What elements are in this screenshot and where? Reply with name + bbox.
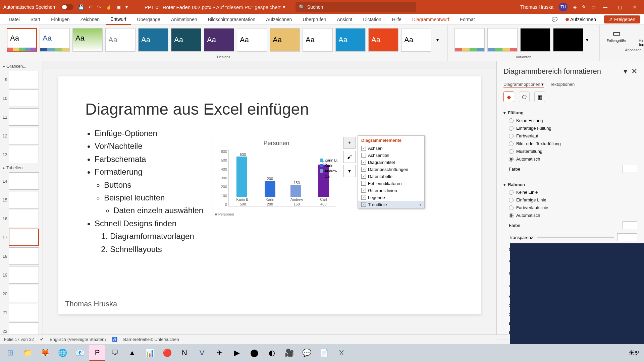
app-icon-2[interactable]: 📊 — [142, 345, 158, 361]
theme-more-icon[interactable]: ▾ — [434, 37, 441, 43]
zoom-icon[interactable]: 🎥 — [281, 345, 297, 361]
thumb-10[interactable] — [9, 89, 39, 107]
record-button[interactable]: Aufzeichnen — [562, 17, 599, 22]
theme-6[interactable]: Aa — [171, 28, 201, 52]
elem-trendlinie[interactable]: ✓Trendlinie› — [358, 201, 424, 208]
radio-farbverlauf[interactable]: Farbverlauf — [503, 132, 637, 140]
radio-farbverlaufslinie[interactable]: Farbverlaufslinie — [503, 204, 637, 212]
elem-achsen[interactable]: ✓Achsen — [358, 145, 424, 152]
embedded-chart[interactable]: Personen 600500 400300 200100 0 500Karin… — [213, 137, 340, 217]
tab-entwurf[interactable]: Entwurf — [106, 14, 131, 25]
app-icon-5[interactable]: ◐ — [264, 345, 280, 361]
radio-bild-textur[interactable]: Bild- oder Texturfüllung — [503, 140, 637, 147]
app-icon-6[interactable]: 💬 — [299, 345, 315, 361]
tab-bildschirmpraesentation[interactable]: Bildschirmpräsentation — [203, 14, 260, 25]
telegram-icon[interactable]: ✈ — [211, 345, 227, 361]
tab-einfuegen[interactable]: Einfügen — [46, 14, 74, 25]
status-slide-count[interactable]: Folie 17 von 32 — [4, 337, 34, 342]
theme-13[interactable]: Aa — [401, 28, 431, 52]
radio-automatisch-fill[interactable]: Automatisch — [503, 155, 637, 163]
chart-plus-icon[interactable]: ＋ — [343, 137, 356, 149]
theme-7[interactable]: Aa — [204, 28, 234, 52]
effects-icon[interactable]: ⬠ — [519, 92, 530, 102]
chrome-icon[interactable]: 🌐 — [54, 345, 70, 361]
pane-options-icon[interactable]: ▾ — [624, 67, 627, 76]
tab-format[interactable]: Format — [455, 14, 479, 25]
section-grafiken[interactable]: ▸ Grafiken... — [1, 63, 42, 69]
tab-aufzeichnen[interactable]: Aufzeichnen — [261, 14, 297, 25]
variant-more-icon[interactable]: ▾ — [586, 37, 593, 43]
window-mode-icon[interactable]: ▭ — [591, 4, 596, 10]
elem-gitternetzlinien[interactable]: ✓Gitternetzlinien — [358, 187, 424, 194]
thumb-16[interactable] — [9, 210, 39, 227]
drawing-mode-icon[interactable]: ✎ — [582, 4, 586, 10]
theme-2[interactable]: Aa — [40, 28, 70, 52]
comments-icon[interactable]: 💬 — [548, 17, 561, 22]
elem-legende[interactable]: ✓Legende — [358, 194, 424, 201]
qat-more-icon[interactable]: ▾ — [125, 4, 128, 10]
onenote-icon[interactable]: N — [176, 345, 193, 361]
theme-gallery[interactable]: Aa Aa Aa Aa Aa Aa Aa Aa Aa Aa Aa Aa Aa ▾ — [3, 26, 444, 54]
theme-10[interactable]: Aa — [303, 28, 333, 52]
radio-keine-linie[interactable]: Keine Linie — [503, 188, 637, 196]
thumb-14[interactable] — [9, 172, 39, 190]
elem-fehlerindikatoren[interactable]: Fehlerindikatoren — [358, 180, 424, 187]
radio-einfarbig[interactable]: Einfarbige Füllung — [503, 124, 637, 132]
variant-3[interactable] — [520, 28, 550, 52]
save-icon[interactable]: 💾 — [78, 4, 84, 10]
format-background-button[interactable]: 🖼Hintergrund formatieren — [633, 28, 644, 47]
maximize-button[interactable]: ▢ — [614, 2, 626, 12]
radio-einfarbige-linie[interactable]: Einfarbige Linie — [503, 196, 637, 204]
weather-widget[interactable]: ☀ 5° — [626, 345, 642, 361]
thumb-20[interactable] — [9, 285, 39, 302]
file-name-area[interactable]: PPT 01 Roter Faden 002.pptx • Auf "diese… — [145, 4, 285, 10]
app-icon-7[interactable]: 📄 — [316, 345, 332, 361]
tab-start[interactable]: Start — [26, 14, 45, 25]
app-icon-4[interactable]: ▶ — [229, 345, 245, 361]
size-icon[interactable]: ▦ — [534, 92, 545, 102]
theme-12[interactable]: Aa — [368, 28, 398, 52]
minimize-button[interactable]: — — [599, 2, 611, 12]
fill-line-icon[interactable]: ◆ — [503, 92, 514, 102]
firefox-icon[interactable]: 🦊 — [37, 345, 53, 361]
thumb-17[interactable] — [9, 229, 39, 246]
explorer-icon[interactable]: 📁 — [19, 345, 36, 361]
autosave-toggle[interactable] — [61, 4, 73, 10]
thumb-13[interactable] — [9, 146, 39, 163]
thumb-12[interactable] — [9, 127, 39, 144]
tab-dictation[interactable]: Dictation — [358, 14, 386, 25]
pane-close-icon[interactable]: ✕ — [631, 67, 637, 76]
start-button[interactable]: ⊞ — [2, 345, 18, 361]
outlook-icon[interactable]: 📧 — [72, 345, 88, 361]
user-avatar[interactable]: TH — [559, 3, 568, 11]
fill-color-picker[interactable] — [623, 165, 637, 173]
share-button[interactable]: ↗Freigeben — [604, 15, 640, 23]
vlc-icon[interactable]: ▲ — [124, 345, 140, 361]
search-box[interactable]: 🔍 Suchen — [296, 2, 416, 12]
section-tabellen[interactable]: ▸ Tabellen — [1, 165, 42, 171]
redo-icon[interactable]: ↷ — [97, 4, 101, 10]
slide-thumbnails[interactable]: ▸ Grafiken... 9 10 11 12 13 ▸ Tabellen 1… — [0, 61, 43, 335]
app-icon-1[interactable]: 🗨 — [107, 345, 123, 361]
tab-animationen[interactable]: Animationen — [166, 14, 202, 25]
tab-uebergaenge[interactable]: Übergänge — [132, 14, 165, 25]
present-icon[interactable]: ▣ — [116, 4, 121, 10]
chart-brush-icon[interactable]: 🖌 — [343, 151, 356, 163]
status-language[interactable]: Englisch (Vereinigte Staaten) — [50, 337, 106, 342]
fp-tab-diagramm[interactable]: Diagrammoptionen ▾ — [503, 82, 544, 87]
transparency-slider[interactable] — [537, 237, 614, 238]
tab-zeichnen[interactable]: Zeichnen — [76, 14, 105, 25]
thumb-21[interactable] — [9, 304, 39, 321]
powerpoint-icon[interactable]: P — [89, 345, 105, 361]
thumb-9[interactable] — [9, 71, 39, 88]
excel-icon[interactable]: X — [333, 345, 350, 361]
undo-icon[interactable]: ↶ — [89, 4, 93, 10]
section-fuellung[interactable]: ▾ Füllung — [503, 109, 637, 117]
elem-datenbeschriftungen[interactable]: ✓Datenbeschriftungen — [358, 166, 424, 173]
elem-achsentitel[interactable]: Achsentitel — [358, 152, 424, 159]
radio-keine-fuellung[interactable]: Keine Füllung — [503, 117, 637, 124]
obs-icon[interactable]: ⬤ — [246, 345, 262, 361]
close-button[interactable]: ✕ — [629, 2, 641, 12]
line-color-picker[interactable] — [623, 221, 637, 229]
theme-5[interactable]: Aa — [138, 28, 168, 52]
